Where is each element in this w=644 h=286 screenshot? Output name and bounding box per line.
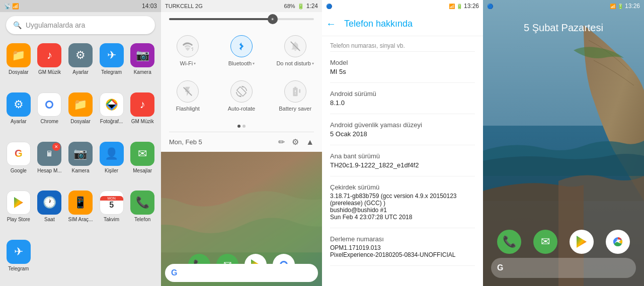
toolbar-about: ← Telefon hakkında xyxy=(322,12,483,36)
app-label-kisiler: Kişiler xyxy=(105,168,118,174)
brightness-control[interactable]: ☀ xyxy=(161,12,322,24)
svg-point-1 xyxy=(47,102,52,107)
map-search-bar[interactable]: G xyxy=(165,264,318,282)
qs-bluetooth-label: Bluetooth xyxy=(228,60,252,66)
dock-messages[interactable]: ✉ xyxy=(533,230,557,254)
dnd-icon xyxy=(284,35,306,57)
app-icon-chrome xyxy=(37,92,61,117)
qs-wifi[interactable]: ? Wi-Fi ▾ xyxy=(161,28,215,73)
info-model: Model MI 5s xyxy=(330,52,475,83)
dock-playstore[interactable] xyxy=(570,230,594,254)
app-play-store[interactable]: Play Store xyxy=(4,187,33,235)
edit-notifications-icon[interactable]: ✏ xyxy=(278,137,285,147)
carrier-name: TURKCELL 2G xyxy=(165,3,203,9)
app-icon-ayarlar2: ⚙ xyxy=(7,92,31,117)
battery-icon-p3: 🔋 xyxy=(456,4,462,9)
app-icon-telegram2: ✈ xyxy=(7,240,31,264)
back-button[interactable]: ← xyxy=(326,18,336,30)
qs-battery-saver[interactable]: Battery saver xyxy=(268,73,322,119)
app-label-mesajlar: Mesajlar xyxy=(133,168,152,174)
notification-header: Mon, Feb 5 ✏ ⚙ ▲ xyxy=(161,132,322,152)
app-icon-telegram1: ✈ xyxy=(100,43,124,67)
app-icon-saat: 🕐 xyxy=(37,190,61,215)
qs-flashlight[interactable]: Flashlight xyxy=(161,73,215,119)
qs-wifi-arrow: ▾ xyxy=(194,61,196,66)
info-build-value: OPM1.171019.013 PixelExperience-20180205… xyxy=(330,244,475,258)
app-icon-kamera2: 📷 xyxy=(68,142,93,166)
app-icon-google: G xyxy=(7,142,31,166)
statusbar-panel2: TURKCELL 2G 68% 🔋 1:24 xyxy=(161,0,322,12)
settings-icon[interactable]: ⚙ xyxy=(292,137,299,147)
about-phone-title: Telefon hakkında xyxy=(344,19,413,29)
info-model-label: Model xyxy=(330,59,475,66)
app-chrome[interactable]: Chrome xyxy=(35,89,64,137)
info-security-patch: Android güvenlik yaması düzeyi 5 Ocak 20… xyxy=(330,114,475,145)
battery-icon-p4: 🔋 xyxy=(617,4,623,9)
app-saat[interactable]: 🕐 Saat xyxy=(35,187,64,235)
brightness-slider[interactable]: ☀ xyxy=(169,18,314,20)
dock-phone[interactable]: 📞 xyxy=(497,230,521,254)
info-baseband-label: Ana bant sürümü xyxy=(330,152,475,160)
app-telegram2[interactable]: ✈ Telegram xyxy=(4,237,33,284)
app-kisiler[interactable]: 👤 Kişiler xyxy=(97,139,126,186)
qs-bluetooth-arrow: ▾ xyxy=(253,61,255,66)
app-icon-hesap-makinesi: 🖩 ✕ xyxy=(37,142,61,166)
info-security-patch-label: Android güvenlik yaması düzeyi xyxy=(330,121,475,129)
app-ayarlar1[interactable]: ⚙ Ayarlar xyxy=(66,40,95,87)
app-telefon[interactable]: 📞 Telefon xyxy=(128,187,157,235)
app-dosyalar2[interactable]: 📁 Dosyalar xyxy=(66,89,95,137)
brightness-thumb[interactable]: ☀ xyxy=(268,14,278,24)
bt-icon-p4: 🔵 xyxy=(487,4,493,9)
dock-icons-row: 📞 ✉ xyxy=(491,230,636,254)
collapse-icon[interactable]: ▲ xyxy=(306,138,314,147)
app-label-kamera2: Kamera xyxy=(71,168,89,174)
qs-bluetooth[interactable]: Bluetooth ▾ xyxy=(215,28,269,73)
qs-page-dots xyxy=(161,123,322,132)
app-telegram1[interactable]: ✈ Telegram xyxy=(97,40,126,87)
app-kamera2[interactable]: 📷 Kamera xyxy=(66,139,95,186)
battery-saver-icon xyxy=(284,80,306,103)
qs-autorotate-label: Auto-rotate xyxy=(228,106,255,112)
info-baseband-value: TH20c1.9-1222_1822_e1df4f2 xyxy=(330,161,475,169)
app-ayarlar2[interactable]: ⚙ Ayarlar xyxy=(4,89,33,137)
qs-dot-2 xyxy=(243,125,246,128)
info-android-version: Android sürümü 8.1.0 xyxy=(330,83,475,114)
app-search-bar[interactable]: 🔍 Uygulamalarda ara xyxy=(6,16,155,34)
about-phone-content: Telefon numarası, sinyal vb. Model MI 5s… xyxy=(322,36,483,286)
app-sim-arac[interactable]: 📱 SIM Araç... xyxy=(66,187,95,235)
app-label-kamera1: Kamera xyxy=(134,69,151,75)
panel-app-drawer: 📡 📶 14:03 🔍 Uygulamalarda ara 📁 Dosyalar… xyxy=(0,0,161,286)
qs-wifi-label: Wi-Fi xyxy=(180,60,193,66)
app-dosyalar[interactable]: 📁 Dosyalar xyxy=(4,40,33,87)
app-icon-gm-muzik: ♪ xyxy=(37,43,61,67)
notification-date: Mon, Feb 5 xyxy=(169,138,202,146)
home-search-bar[interactable]: G xyxy=(491,258,636,278)
dock-chrome[interactable] xyxy=(606,230,630,254)
app-takvim[interactable]: MON 5 Takvim xyxy=(97,187,126,235)
battery-level: 68% xyxy=(284,3,295,9)
svg-marker-3 xyxy=(14,197,23,208)
qs-autorotate[interactable]: Auto-rotate xyxy=(215,73,269,119)
qs-dnd[interactable]: Do not disturb ▾ xyxy=(268,28,322,73)
app-hesap-makinesi[interactable]: 🖩 ✕ Hesap M... xyxy=(35,139,64,186)
app-fotografcilik[interactable]: Fotoğraf... xyxy=(97,89,126,137)
app-mesajlar[interactable]: ✉ Mesajlar xyxy=(128,139,157,186)
app-icon-sim-arac: 📱 xyxy=(68,190,93,215)
qs-battery-saver-label: Battery saver xyxy=(279,106,311,112)
app-label-sim-arac: SIM Araç... xyxy=(68,217,93,223)
app-icon-kamera1: 📷 xyxy=(130,43,154,67)
statusbar-panel3: 🔵 📶 🔋 13:26 xyxy=(322,0,483,12)
app-gm-muzik2[interactable]: ♪ GM Müzik xyxy=(128,89,157,137)
app-gm-muzik[interactable]: ♪ GM Müzik xyxy=(35,40,64,87)
svg-text:?: ? xyxy=(192,47,194,52)
app-icon-fotografcilik xyxy=(100,92,124,117)
panel-home-screen: 🔵 📶 🔋 13:26 5 Şubat Pazartesi 📞 ✉ G xyxy=(483,0,644,286)
app-label-dosyalar: Dosyalar xyxy=(9,69,28,75)
statusbar-panel4: 🔵 📶 🔋 13:26 xyxy=(483,0,644,12)
app-label-dosyalar2: Dosyalar xyxy=(70,119,90,125)
info-build-label: Derleme numarası xyxy=(330,235,475,243)
app-kamera1[interactable]: 📷 Kamera xyxy=(128,40,157,87)
app-google[interactable]: G Google xyxy=(4,139,33,186)
notification-actions: ✏ ⚙ ▲ xyxy=(278,137,314,147)
app-label-play-store: Play Store xyxy=(7,217,30,223)
